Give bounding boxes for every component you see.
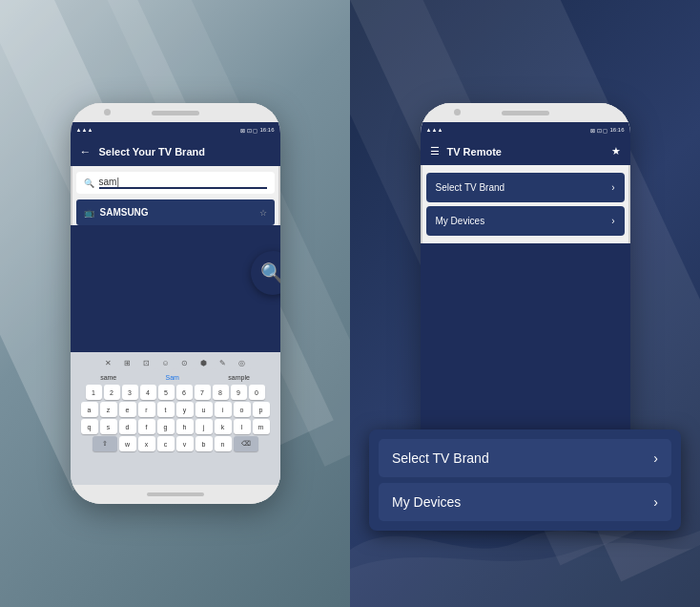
menu-item-select-brand-label: Select TV Brand xyxy=(436,182,505,193)
status-right-right: ⊠ ⊡ ◻ 16:16 xyxy=(590,127,624,134)
status-time-left: 16:16 xyxy=(259,127,274,133)
key-t[interactable]: t xyxy=(157,402,175,417)
key-8[interactable]: 8 xyxy=(213,385,229,400)
search-bar-left[interactable]: 🔍 sam| xyxy=(76,172,275,194)
key-q[interactable]: q xyxy=(81,419,98,434)
suggestion-same[interactable]: same xyxy=(100,374,116,381)
key-4[interactable]: 4 xyxy=(140,385,156,400)
key-h[interactable]: h xyxy=(176,419,194,434)
expanded-my-devices-item[interactable]: My Devices › xyxy=(379,483,671,521)
key-w[interactable]: w xyxy=(119,436,136,451)
star-icon-result[interactable]: ☆ xyxy=(259,208,267,218)
key-gif[interactable]: ⬢ xyxy=(196,355,213,370)
keyboard-suggestions: same Sam sample xyxy=(72,372,278,383)
key-copy[interactable]: ⊡ xyxy=(138,355,155,370)
key-5[interactable]: 5 xyxy=(158,385,175,400)
suggestion-sam[interactable]: Sam xyxy=(166,374,179,381)
key-2[interactable]: 2 xyxy=(104,385,120,400)
menu-list-right: Select TV Brand › My Devices › xyxy=(421,165,630,243)
key-o[interactable]: o xyxy=(234,402,251,417)
expanded-select-brand-label: Select TV Brand xyxy=(392,450,489,466)
app-bar-left: ← Select Your TV Brand xyxy=(71,137,280,166)
key-grid[interactable]: ⊞ xyxy=(119,355,136,370)
key-p[interactable]: p xyxy=(253,402,270,417)
key-g[interactable]: g xyxy=(157,419,175,434)
phone-speaker-right xyxy=(502,111,549,115)
key-3[interactable]: 3 xyxy=(122,385,138,400)
key-r[interactable]: r xyxy=(138,402,155,417)
key-close[interactable]: ✕ xyxy=(100,355,117,370)
status-icons-right: ⊠ ⊡ ◻ xyxy=(590,127,607,134)
expanded-card: Select TV Brand › My Devices › xyxy=(369,429,681,531)
key-9[interactable]: 9 xyxy=(231,385,247,400)
key-y[interactable]: y xyxy=(176,402,194,417)
key-l[interactable]: l xyxy=(234,419,251,434)
app-title-left: Select Your TV Brand xyxy=(99,146,271,157)
phone-top-right xyxy=(421,103,630,122)
menu-item-select-brand[interactable]: Select TV Brand › xyxy=(426,173,625,202)
expanded-select-brand-arrow: › xyxy=(653,450,658,466)
search-input-left[interactable]: sam| xyxy=(99,177,267,189)
expanded-select-brand-item[interactable]: Select TV Brand › xyxy=(379,439,671,477)
expanded-my-devices-label: My Devices xyxy=(392,494,461,510)
star-icon-right[interactable]: ★ xyxy=(611,145,621,157)
search-icon-left: 🔍 xyxy=(84,178,94,188)
phone-camera-left xyxy=(104,109,111,115)
search-result-samsung[interactable]: 📺 SAMSUNG ☆ xyxy=(76,199,275,225)
key-0[interactable]: 0 xyxy=(249,385,265,400)
key-b[interactable]: b xyxy=(196,436,213,451)
key-v[interactable]: v xyxy=(176,436,194,451)
keyboard-row-numbers: 1 2 3 4 5 6 7 8 9 0 xyxy=(72,385,278,400)
app-title-right: TV Remote xyxy=(447,146,604,157)
key-shift[interactable]: ⇧ xyxy=(93,436,117,451)
key-z[interactable]: z xyxy=(100,402,117,417)
keyboard-row-wx: ⇧ w x c v b n ⌫ xyxy=(72,436,278,451)
left-phone: ▲▲▲ ⊠ ⊡ ◻ 16:16 ← Select Your TV Brand 🔍… xyxy=(71,103,280,504)
tv-icon-left: 📺 xyxy=(84,208,94,218)
expanded-my-devices-arrow: › xyxy=(653,494,658,510)
phone-speaker-left xyxy=(152,111,199,115)
key-a[interactable]: a xyxy=(81,402,98,417)
key-s[interactable]: s xyxy=(100,419,117,434)
key-i[interactable]: i xyxy=(215,402,232,417)
key-e[interactable]: e xyxy=(119,402,136,417)
status-right-left: ⊠ ⊡ ◻ 16:16 xyxy=(240,127,274,134)
key-f[interactable]: f xyxy=(138,419,155,434)
key-x[interactable]: x xyxy=(138,436,155,451)
status-icons-left: ⊠ ⊡ ◻ xyxy=(240,127,257,134)
phone-top-left xyxy=(71,103,280,122)
key-backspace[interactable]: ⌫ xyxy=(234,436,258,451)
app-bar-right: ☰ TV Remote ★ xyxy=(421,137,630,165)
home-bar-left xyxy=(147,492,204,496)
key-j[interactable]: j xyxy=(196,419,213,434)
key-emoji[interactable]: ☺ xyxy=(157,355,175,370)
keyboard-row-az: a z e r t y u i o p xyxy=(72,402,278,417)
menu-item-select-brand-arrow: › xyxy=(611,182,614,193)
keyboard-row-qs: q s d f g h j k l m xyxy=(72,419,278,434)
menu-item-my-devices[interactable]: My Devices › xyxy=(426,206,625,236)
key-location[interactable]: ◎ xyxy=(234,355,251,370)
back-button-left[interactable]: ← xyxy=(80,145,92,158)
key-1[interactable]: 1 xyxy=(86,385,102,400)
key-edit[interactable]: ✎ xyxy=(215,355,232,370)
suggestion-sample[interactable]: sample xyxy=(228,374,250,381)
keyboard-area: ✕ ⊞ ⊡ ☺ ⊙ ⬢ ✎ ◎ same Sam sample 1 2 3 4 xyxy=(71,352,280,485)
key-c[interactable]: c xyxy=(157,436,175,451)
signal-icon-left: ▲▲▲ xyxy=(76,127,93,133)
menu-hamburger-icon[interactable]: ☰ xyxy=(430,145,440,157)
key-n[interactable]: n xyxy=(215,436,232,451)
key-m[interactable]: m xyxy=(253,419,270,434)
menu-item-my-devices-label: My Devices xyxy=(436,216,485,226)
right-panel: ▲▲▲ ⊠ ⊡ ◻ 16:16 ☰ TV Remote ★ Select TV … xyxy=(350,0,700,607)
menu-item-my-devices-arrow: › xyxy=(611,216,614,226)
key-d[interactable]: d xyxy=(119,419,136,434)
key-u[interactable]: u xyxy=(196,402,213,417)
key-6[interactable]: 6 xyxy=(176,385,193,400)
status-bar-left: ▲▲▲ ⊠ ⊡ ◻ 16:16 xyxy=(71,122,280,137)
status-bar-right: ▲▲▲ ⊠ ⊡ ◻ 16:16 xyxy=(421,122,630,137)
key-k[interactable]: k xyxy=(215,419,232,434)
search-fab-icon: 🔍 xyxy=(260,262,280,284)
key-sticker[interactable]: ⊙ xyxy=(176,355,194,370)
keyboard-icon-row: ✕ ⊞ ⊡ ☺ ⊙ ⬢ ✎ ◎ xyxy=(72,355,278,370)
key-7[interactable]: 7 xyxy=(195,385,211,400)
